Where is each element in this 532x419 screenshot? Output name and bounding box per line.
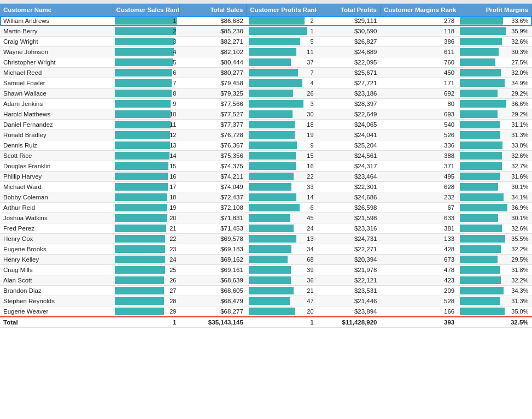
table-row[interactable]: Michael Reed6$80,2777$25,67145032.0% — [0, 68, 532, 78]
profit-margins-cell: 32.6% — [458, 37, 531, 47]
margins-rank-cell: 692 — [381, 88, 458, 99]
table-row[interactable]: Arthur Reid19$72,1086$26,5986736.9% — [0, 203, 532, 213]
customer-name: Eugene Weaver — [0, 306, 113, 317]
sales-rank-cell: 26 — [113, 275, 179, 286]
table-row[interactable]: Joshua Watkins20$71,83145$21,59863330.1% — [0, 213, 532, 223]
profit-margins-cell: 34.3% — [458, 286, 531, 296]
profits-rank-cell: 4 — [247, 78, 317, 88]
total-profits-cell: $26,827 — [317, 37, 381, 47]
table-row[interactable]: Bobby Coleman18$72,43714$24,68623234.1% — [0, 192, 532, 203]
total-sales-cell: $77,527 — [179, 109, 246, 120]
table-row[interactable]: Christopher Wright5$80,44437$22,09576027… — [0, 57, 532, 68]
table-row[interactable]: Michael Ward17$74,04933$22,30162830.1% — [0, 182, 532, 192]
total-sales-cell: $79,325 — [179, 88, 246, 99]
col-profit-margins: Profit Margins — [458, 4, 531, 16]
margins-rank-cell: 133 — [381, 234, 458, 244]
sales-rank-cell: 16 — [113, 172, 179, 182]
margins-rank-cell: 540 — [381, 120, 458, 130]
table-row[interactable]: Scott Rice14$75,35615$24,56138832.6% — [0, 151, 532, 161]
total-profits-cell: $25,204 — [317, 140, 381, 151]
total-sales-cell: $69,578 — [179, 234, 246, 244]
customer-name: Joshua Watkins — [0, 213, 113, 223]
table-row[interactable]: William Andrews1$86,6822$29,11127833.6% — [0, 16, 532, 26]
table-row[interactable]: Dennis Ruiz13$76,3679$25,20433633.0% — [0, 140, 532, 151]
margins-rank-cell: 371 — [381, 161, 458, 172]
margins-rank-cell: 495 — [381, 172, 458, 182]
total-sales-cell: $74,211 — [179, 172, 246, 182]
total-row: Total1$35,143,1451$11,428,92039332.5% — [0, 317, 532, 328]
customer-name: Ronald Bradley — [0, 130, 113, 140]
table-row[interactable]: Shawn Wallace8$79,32526$23,18669229.2% — [0, 88, 532, 99]
profit-margins-cell: 36.9% — [458, 203, 531, 213]
table-row[interactable]: Ronald Bradley12$76,72819$24,04152631.3% — [0, 130, 532, 140]
customer-name: Adam Jenkins — [0, 99, 113, 109]
profits-rank-cell: 18 — [247, 120, 317, 130]
table-row[interactable]: Wayne Johnson4$82,10211$24,88961130.3% — [0, 47, 532, 57]
sales-rank-cell: 15 — [113, 161, 179, 172]
total-sales-cell: $71,453 — [179, 223, 246, 234]
margins-rank-cell: 386 — [381, 37, 458, 47]
customer-name: Christopher Wright — [0, 57, 113, 68]
margins-rank-cell: 336 — [381, 140, 458, 151]
total-profits-cell: $21,446 — [317, 296, 381, 306]
table-row[interactable]: Craig Wright3$82,2715$26,82738632.6% — [0, 37, 532, 47]
total-profits-cell: $24,686 — [317, 192, 381, 203]
table-row[interactable]: Adam Jenkins9$77,5663$28,3978036.6% — [0, 99, 532, 109]
sales-rank-cell: 17 — [113, 182, 179, 192]
customer-name: Dennis Ruiz — [0, 140, 113, 151]
profits-rank-cell: 33 — [247, 182, 317, 192]
total-cell-6: 32.5% — [458, 317, 531, 328]
table-row[interactable]: Brandon Diaz27$68,60521$23,53120934.3% — [0, 286, 532, 296]
sales-rank-cell: 1 — [113, 16, 179, 26]
margins-rank-cell: 478 — [381, 265, 458, 275]
customer-name: Harold Matthews — [0, 109, 113, 120]
table-row[interactable]: Douglas Franklin15$74,37516$24,31737132.… — [0, 161, 532, 172]
sales-rank-cell: 7 — [113, 78, 179, 88]
profits-rank-cell: 34 — [247, 244, 317, 255]
table-row[interactable]: Eugene Weaver29$68,27720$23,89416635.0% — [0, 306, 532, 317]
customer-name: Samuel Fowler — [0, 78, 113, 88]
table-container: Customer Name Customer Sales Rank Total … — [0, 0, 532, 419]
table-row[interactable]: Stephen Reynolds28$68,47947$21,44652831.… — [0, 296, 532, 306]
profit-margins-cell: 32.6% — [458, 151, 531, 161]
profit-margins-cell: 29.2% — [458, 88, 531, 99]
table-row[interactable]: Harold Matthews10$77,52730$22,64969329.2… — [0, 109, 532, 120]
table-row[interactable]: Alan Scott26$68,63936$22,12142332.2% — [0, 275, 532, 286]
table-row[interactable]: Samuel Fowler7$79,4584$27,72117134.9% — [0, 78, 532, 88]
profits-rank-cell: 14 — [247, 192, 317, 203]
customer-name: Fred Perez — [0, 223, 113, 234]
customer-name: Craig Wright — [0, 37, 113, 47]
total-sales-cell: $82,102 — [179, 47, 246, 57]
data-table: Customer Name Customer Sales Rank Total … — [0, 4, 532, 328]
table-row[interactable]: Fred Perez21$71,45324$23,31638132.6% — [0, 223, 532, 234]
profit-margins-cell: 32.0% — [458, 68, 531, 78]
profits-rank-cell: 3 — [247, 99, 317, 109]
table-row[interactable]: Eugene Brooks23$69,18334$22,27142832.2% — [0, 244, 532, 255]
margins-rank-cell: 428 — [381, 244, 458, 255]
sales-rank-cell: 5 — [113, 57, 179, 68]
profit-margins-cell: 31.3% — [458, 296, 531, 306]
profits-rank-cell: 47 — [247, 296, 317, 306]
total-profits-cell: $23,894 — [317, 306, 381, 317]
customer-name: Michael Reed — [0, 68, 113, 78]
sales-rank-cell: 29 — [113, 306, 179, 317]
profits-rank-cell: 24 — [247, 223, 317, 234]
total-profits-cell: $21,978 — [317, 265, 381, 275]
sales-rank-cell: 13 — [113, 140, 179, 151]
total-sales-cell: $76,728 — [179, 130, 246, 140]
table-row[interactable]: Martin Berry2$85,2301$30,59011835.9% — [0, 26, 532, 37]
table-row[interactable]: Daniel Fernandez11$77,37718$24,06554031.… — [0, 120, 532, 130]
total-sales-cell: $68,639 — [179, 275, 246, 286]
total-sales-cell: $77,566 — [179, 99, 246, 109]
table-row[interactable]: Henry Cox22$69,57813$24,73113335.5% — [0, 234, 532, 244]
margins-rank-cell: 118 — [381, 26, 458, 37]
table-row[interactable]: Craig Mills25$69,16139$21,97847831.8% — [0, 265, 532, 275]
total-sales-cell: $85,230 — [179, 26, 246, 37]
table-row[interactable]: Henry Kelley24$69,16268$20,39467329.5% — [0, 255, 532, 265]
sales-rank-cell: 6 — [113, 68, 179, 78]
table-row[interactable]: Phillip Harvey16$74,21122$23,46449531.6% — [0, 172, 532, 182]
col-sales-rank: Customer Sales Rank — [113, 4, 179, 16]
profit-margins-cell: 35.5% — [458, 234, 531, 244]
profit-margins-cell: 32.2% — [458, 244, 531, 255]
customer-name: Bobby Coleman — [0, 192, 113, 203]
